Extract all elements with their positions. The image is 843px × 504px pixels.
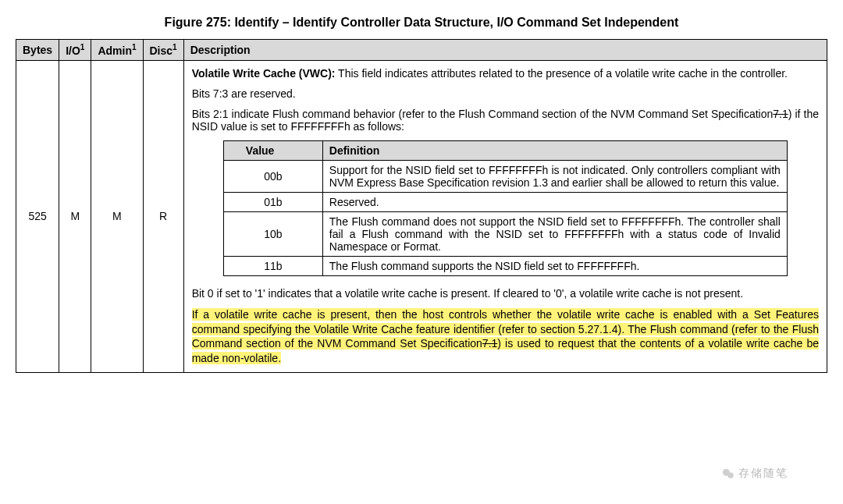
inner-value: 11b — [223, 256, 322, 275]
header-bytes: Bytes — [16, 40, 59, 61]
inner-row: 00b Support for the NSID field set to FF… — [223, 160, 787, 192]
table-header-row: Bytes I/O1 Admin1 Disc1 Description — [16, 40, 827, 61]
inner-header-definition: Definition — [322, 140, 787, 160]
inner-table-wrap: Value Definition 00b Support for the NSI… — [192, 140, 819, 276]
bits21-line: Bits 2:1 indicate Flush command behavior… — [192, 108, 819, 133]
header-io: I/O1 — [59, 40, 91, 61]
inner-definition: Support for the NSID field set to FFFFFF… — [322, 160, 787, 192]
header-admin: Admin1 — [91, 40, 143, 61]
inner-value: 10b — [223, 211, 322, 256]
cell-admin: M — [91, 60, 143, 373]
bits73-line: Bits 7:3 are reserved. — [192, 87, 819, 100]
inner-header-value: Value — [223, 140, 322, 160]
cell-io: M — [59, 60, 91, 373]
inner-value: 01b — [223, 192, 322, 211]
inner-definition: Reserved. — [322, 192, 787, 211]
inner-header-row: Value Definition — [223, 140, 787, 160]
inner-definition: The Flush command does not support the N… — [322, 211, 787, 256]
inner-row: 01b Reserved. — [223, 192, 787, 211]
cell-description: Volatile Write Cache (VWC): This field i… — [183, 60, 827, 373]
inner-table: Value Definition 00b Support for the NSI… — [223, 140, 788, 276]
header-disc: Disc1 — [143, 40, 183, 61]
cell-bytes: 525 — [16, 60, 59, 373]
inner-row: 10b The Flush command does not support t… — [223, 211, 787, 256]
bit0-line: Bit 0 if set to '1' indicates that a vol… — [192, 287, 819, 300]
vwc-line: Volatile Write Cache (VWC): This field i… — [192, 67, 819, 80]
figure-title: Figure 275: Identify – Identify Controll… — [16, 16, 827, 30]
inner-row: 11b The Flush command supports the NSID … — [223, 256, 787, 275]
inner-value: 00b — [223, 160, 322, 192]
inner-definition: The Flush command supports the NSID fiel… — [322, 256, 787, 275]
outer-table: Bytes I/O1 Admin1 Disc1 Description 525 … — [16, 39, 827, 373]
header-description: Description — [183, 40, 827, 61]
cell-disc: R — [143, 60, 183, 373]
table-row: 525 M M R Volatile Write Cache (VWC): Th… — [16, 60, 827, 373]
highlighted-paragraph: If a volatile write cache is present, th… — [192, 307, 819, 367]
